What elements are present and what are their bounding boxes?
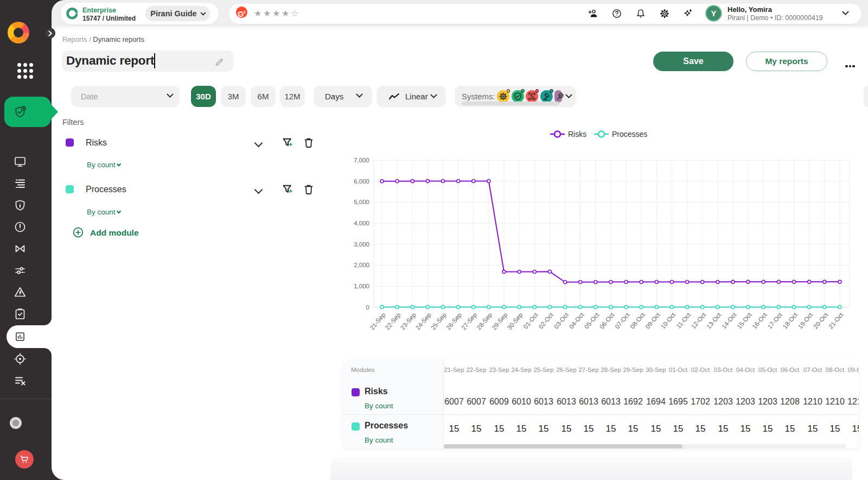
svg-text:03-Oct: 03-Oct bbox=[553, 311, 570, 330]
svg-text:27-Sep: 27-Sep bbox=[460, 312, 478, 331]
svg-text:14-Oct: 14-Oct bbox=[720, 311, 738, 330]
svg-text:21-Oct: 21-Oct bbox=[827, 311, 845, 330]
svg-text:23-Sep: 23-Sep bbox=[399, 312, 417, 331]
svg-text:22-Sep: 22-Sep bbox=[384, 312, 402, 331]
svg-text:24-Sep: 24-Sep bbox=[414, 312, 432, 331]
svg-text:07-Oct: 07-Oct bbox=[614, 311, 631, 330]
svg-text:6,000: 6,000 bbox=[354, 178, 369, 185]
svg-text:Risks: Risks bbox=[568, 130, 586, 138]
svg-text:16-Oct: 16-Oct bbox=[751, 311, 768, 330]
svg-text:2,000: 2,000 bbox=[354, 262, 369, 268]
svg-text:25-Sep: 25-Sep bbox=[430, 312, 448, 331]
svg-text:21-Sep: 21-Sep bbox=[368, 312, 386, 331]
svg-text:20-Oct: 20-Oct bbox=[812, 311, 829, 330]
svg-text:18-Oct: 18-Oct bbox=[782, 311, 799, 330]
svg-text:29-Sep: 29-Sep bbox=[490, 312, 508, 331]
svg-text:09-Oct: 09-Oct bbox=[644, 311, 661, 330]
svg-text:01-Oct: 01-Oct bbox=[522, 311, 539, 330]
svg-text:12-Oct: 12-Oct bbox=[690, 311, 707, 330]
svg-text:11-Oct: 11-Oct bbox=[675, 311, 692, 330]
svg-text:06-Oct: 06-Oct bbox=[598, 311, 616, 330]
svg-text:05-Oct: 05-Oct bbox=[583, 311, 601, 330]
svg-text:28-Sep: 28-Sep bbox=[475, 312, 493, 331]
svg-text:1,000: 1,000 bbox=[354, 283, 369, 289]
svg-text:17-Oct: 17-Oct bbox=[767, 311, 784, 330]
svg-text:26-Sep: 26-Sep bbox=[445, 312, 463, 331]
svg-text:04-Oct: 04-Oct bbox=[568, 311, 585, 330]
svg-text:15-Oct: 15-Oct bbox=[736, 311, 753, 330]
svg-text:10-Oct: 10-Oct bbox=[660, 311, 677, 330]
svg-text:19-Oct: 19-Oct bbox=[797, 311, 814, 330]
svg-text:4,000: 4,000 bbox=[354, 220, 369, 226]
svg-text:13-Oct: 13-Oct bbox=[705, 311, 723, 330]
svg-text:02-Oct: 02-Oct bbox=[538, 311, 555, 330]
svg-text:30-Sep: 30-Sep bbox=[506, 312, 524, 331]
svg-text:Processes: Processes bbox=[612, 130, 647, 138]
svg-text:5,000: 5,000 bbox=[354, 199, 369, 205]
svg-text:08-Oct: 08-Oct bbox=[629, 311, 646, 330]
svg-text:7,000: 7,000 bbox=[354, 157, 369, 163]
svg-text:3,000: 3,000 bbox=[354, 241, 369, 248]
svg-text:0: 0 bbox=[366, 304, 369, 311]
